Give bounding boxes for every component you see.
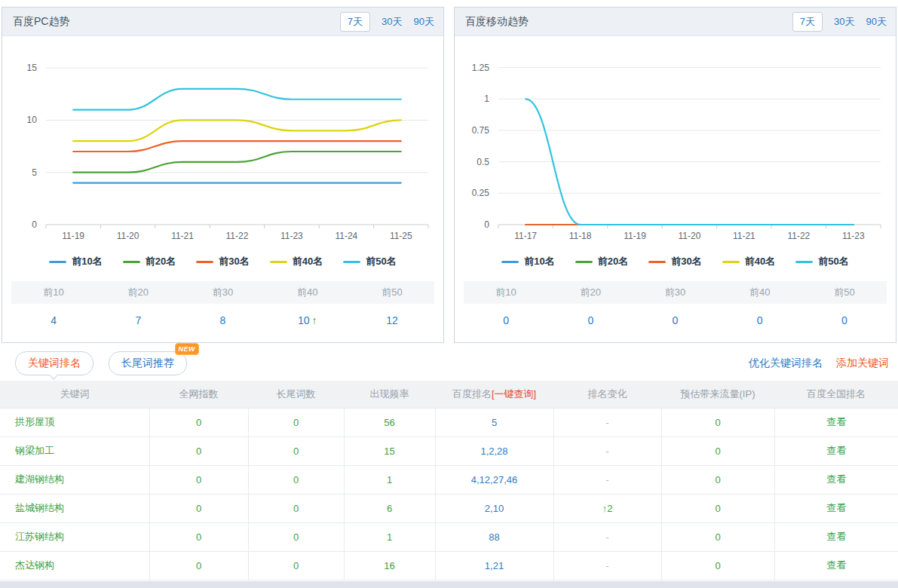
mobile-trend-legend: 前10名前20名前30名前40名前50名 xyxy=(455,250,896,274)
svg-text:11-20: 11-20 xyxy=(117,231,139,241)
keyword-section: 关键词排名 长尾词推荐 NEW 优化关键词排名 添加关键词 关键词 全网指数 长… xyxy=(0,345,898,580)
view-link[interactable]: 查看 xyxy=(774,408,898,436)
summary-value: 0 xyxy=(464,314,548,326)
legend-label: 前20名 xyxy=(598,255,628,268)
svg-text:11-18: 11-18 xyxy=(569,231,592,241)
col-baidu-rank-label: 百度排名 xyxy=(452,388,492,400)
add-keyword-link[interactable]: 添加关键词 xyxy=(836,357,889,370)
keyword-cell: 拱形屋顶 xyxy=(0,408,149,436)
legend-item[interactable]: 前50名 xyxy=(343,255,396,268)
range-30d-button[interactable]: 30天 xyxy=(834,15,854,29)
legend-item[interactable]: 前30名 xyxy=(648,255,701,268)
view-link[interactable]: 查看 xyxy=(774,494,898,522)
legend-swatch xyxy=(722,261,740,263)
tab-keyword-ranking[interactable]: 关键词排名 xyxy=(15,351,93,375)
range-group: 7天 30天 90天 xyxy=(792,12,887,32)
legend-item[interactable]: 前10名 xyxy=(501,255,554,268)
summary-col-label: 前40 xyxy=(265,281,350,304)
longtail-cell: 0 xyxy=(248,494,344,522)
svg-text:0.75: 0.75 xyxy=(472,125,490,136)
legend-swatch xyxy=(795,261,813,263)
frequency-cell: 1 xyxy=(344,465,435,494)
table-row: 盐城钢结构0062,10↑20查看 xyxy=(0,494,898,522)
summary-values-row: 00000 xyxy=(464,304,887,337)
keyword-cell: 杰达钢构 xyxy=(0,551,149,580)
legend-item[interactable]: 前20名 xyxy=(575,255,628,268)
col-national-rank: 百度全国排名 xyxy=(774,381,898,408)
range-7d-button[interactable]: 7天 xyxy=(792,12,823,32)
range-30d-button[interactable]: 30天 xyxy=(382,15,402,29)
mobile-trend-summary: 前10前20前30前40前50 00000 xyxy=(455,274,896,337)
dashboard-page: 百度PC趋势 7天 30天 90天 05101511-1911-2011-211… xyxy=(0,0,898,588)
col-traffic: 预估带来流量(IP) xyxy=(661,381,774,408)
tab-longtail-suggest[interactable]: 长尾词推荐 NEW xyxy=(109,351,187,375)
svg-text:0: 0 xyxy=(32,219,37,230)
pc-trend-panel: 百度PC趋势 7天 30天 90天 05101511-1911-2011-211… xyxy=(2,7,444,343)
index-cell: 0 xyxy=(149,522,248,551)
legend-item[interactable]: 前10名 xyxy=(49,255,102,268)
summary-col-label: 前40 xyxy=(718,281,802,304)
svg-text:0: 0 xyxy=(484,219,489,230)
longtail-cell: 0 xyxy=(248,465,344,494)
table-row: 杰达钢构00161,21-0查看 xyxy=(0,551,898,580)
optimize-keywords-link[interactable]: 优化关键词排名 xyxy=(749,357,823,370)
table-row: 江苏钢结构00188-0查看 xyxy=(0,522,898,551)
index-cell: 0 xyxy=(149,465,248,494)
baidu-rank-link[interactable]: 88 xyxy=(435,522,553,551)
view-link[interactable]: 查看 xyxy=(774,436,898,465)
frequency-cell: 56 xyxy=(344,408,435,436)
mobile-trend-panel: 百度移动趋势 7天 30天 90天 00.250.50.7511.2511-17… xyxy=(454,7,896,343)
col-index: 全网指数 xyxy=(149,381,248,408)
baidu-rank-link[interactable]: 1,21 xyxy=(435,551,553,580)
keyword-cell: 盐城钢结构 xyxy=(0,494,149,522)
legend-item[interactable]: 前50名 xyxy=(795,255,848,268)
baidu-rank-link[interactable]: 5 xyxy=(435,408,553,436)
legend-label: 前40名 xyxy=(745,255,775,268)
summary-header-row: 前10前20前30前40前50 xyxy=(11,281,434,304)
summary-col-label: 前30 xyxy=(180,281,265,304)
legend-item[interactable]: 前40名 xyxy=(270,255,323,268)
svg-text:11-22: 11-22 xyxy=(226,231,249,241)
keyword-cell: 钢梁加工 xyxy=(0,436,149,465)
legend-item[interactable]: 前40名 xyxy=(722,255,775,268)
rank-change-cell: - xyxy=(553,465,661,494)
up-arrow-icon: ↑ xyxy=(312,314,317,326)
range-7d-button[interactable]: 7天 xyxy=(340,12,370,32)
baidu-rank-link[interactable]: 2,10 xyxy=(435,494,553,522)
summary-col-label: 前50 xyxy=(802,281,887,304)
svg-text:11-21: 11-21 xyxy=(733,231,755,241)
keyword-toolbar: 关键词排名 长尾词推荐 NEW 优化关键词排名 添加关键词 xyxy=(0,345,898,381)
frequency-cell: 1 xyxy=(344,522,435,551)
index-cell: 0 xyxy=(149,408,248,436)
baidu-rank-link[interactable]: 1,2,28 xyxy=(435,436,553,465)
legend-item[interactable]: 前20名 xyxy=(123,255,176,268)
table-row: 建湖钢结构0014,12,27,46-0查看 xyxy=(0,465,898,494)
range-90d-button[interactable]: 90天 xyxy=(414,15,434,29)
summary-col-label: 前30 xyxy=(633,281,717,304)
summary-col-label: 前10 xyxy=(464,281,548,304)
range-group: 7天 30天 90天 xyxy=(340,12,434,32)
range-90d-button[interactable]: 90天 xyxy=(866,15,887,29)
view-link[interactable]: 查看 xyxy=(774,551,898,580)
legend-item[interactable]: 前30名 xyxy=(196,255,249,268)
active-tab-notch xyxy=(49,371,57,379)
svg-text:11-19: 11-19 xyxy=(62,231,84,241)
legend-label: 前50名 xyxy=(818,255,848,268)
baidu-rank-link[interactable]: 4,12,27,46 xyxy=(435,465,553,494)
one-click-query-link[interactable]: [一键查询] xyxy=(492,388,536,400)
mobile-trend-chart[interactable]: 00.250.50.7511.2511-1711-1811-1911-2011-… xyxy=(455,36,896,250)
svg-text:11-19: 11-19 xyxy=(624,231,646,241)
legend-swatch xyxy=(123,261,140,263)
summary-col-label: 前20 xyxy=(548,281,633,304)
pc-trend-chart[interactable]: 05101511-1911-2011-2111-2211-2311-2411-2… xyxy=(2,36,443,250)
rank-change-cell: - xyxy=(553,436,661,465)
col-longtail: 长尾词数 xyxy=(248,381,344,408)
longtail-cell: 0 xyxy=(248,408,344,436)
trend-panels: 百度PC趋势 7天 30天 90天 05101511-1911-2011-211… xyxy=(0,0,898,343)
keyword-table: 关键词 全网指数 长尾词数 出现频率 百度排名[一键查询] 排名变化 预估带来流… xyxy=(0,381,898,580)
svg-text:11-23: 11-23 xyxy=(842,231,865,241)
svg-text:0.5: 0.5 xyxy=(477,157,489,167)
frequency-cell: 16 xyxy=(344,551,435,580)
view-link[interactable]: 查看 xyxy=(774,522,898,551)
view-link[interactable]: 查看 xyxy=(774,465,898,494)
